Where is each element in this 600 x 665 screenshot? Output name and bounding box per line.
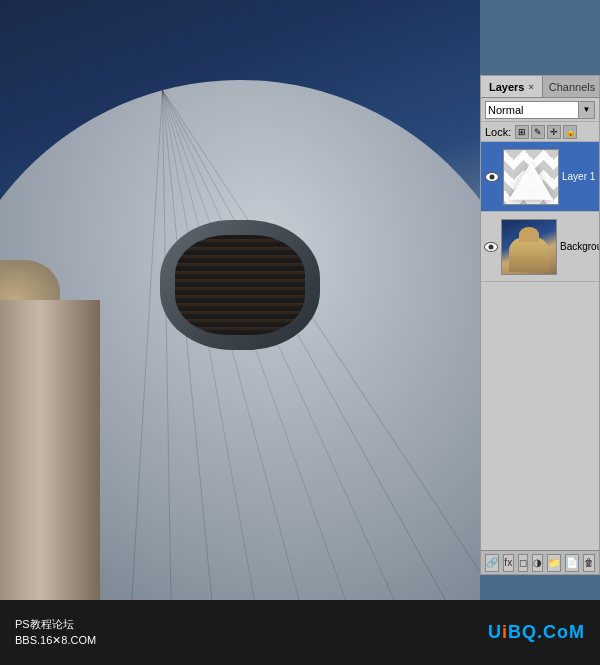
lock-transparent-btn[interactable]: ⊞: [515, 125, 529, 139]
tab-layers-close[interactable]: ×: [528, 82, 533, 92]
lock-icons: ⊞ ✎ ✛ 🔒: [515, 125, 577, 139]
blend-mode-select[interactable]: Normal: [485, 101, 579, 119]
vent-window: [160, 220, 320, 360]
add-mask-btn[interactable]: ◻: [518, 554, 529, 572]
main-canvas: [0, 0, 480, 600]
adjustment-btn[interactable]: ◑: [532, 554, 543, 572]
tab-layers-label: Layers: [489, 81, 524, 93]
layers-tabs-bar: Layers × Channels: [481, 76, 599, 98]
tab-layers[interactable]: Layers ×: [481, 76, 543, 97]
new-layer-btn[interactable]: 📄: [565, 554, 579, 572]
layer-1-name: Layer 1: [562, 171, 596, 182]
new-group-btn[interactable]: 📁: [547, 554, 561, 572]
lock-position-btn[interactable]: ✛: [547, 125, 561, 139]
layer-2-thumbnail: [501, 219, 557, 275]
tab-channels[interactable]: Channels: [543, 76, 600, 97]
lock-all-btn[interactable]: 🔒: [563, 125, 577, 139]
layer-2-name: Background: [560, 241, 599, 252]
lock-label: Lock:: [485, 126, 511, 138]
delete-layer-btn[interactable]: 🗑: [583, 554, 595, 572]
footer-bar: PS教程论坛 BBS.16✕8.COM UiBQ.CoM: [0, 600, 600, 665]
layers-list: Layer 1 Background: [481, 142, 599, 550]
link-layers-btn[interactable]: 🔗: [485, 554, 499, 572]
add-style-btn[interactable]: fx: [503, 554, 514, 572]
left-column: [0, 300, 100, 600]
lock-row: Lock: ⊞ ✎ ✛ 🔒: [481, 122, 599, 142]
layers-panel: Layers × Channels Normal ▼ Lock: ⊞ ✎ ✛ 🔒: [480, 75, 600, 575]
layer-item-1[interactable]: Layer 1: [481, 142, 599, 212]
layers-panel-footer: 🔗 fx ◻ ◑ 📁 📄 🗑: [481, 550, 599, 574]
layer-1-shape: [509, 161, 553, 199]
layer-1-thumbnail: [503, 149, 559, 205]
thumb-building-shape: [509, 237, 549, 272]
footer-accent-i: i: [502, 622, 508, 642]
eye-icon-2: [484, 242, 498, 252]
layer-item-2[interactable]: Background: [481, 212, 599, 282]
eye-icon-1: [485, 172, 499, 182]
footer-bbs-url: BBS.16✕8.COM: [15, 633, 96, 648]
footer-site-name: PS教程论坛: [15, 617, 96, 632]
tab-channels-label: Channels: [549, 81, 595, 93]
layer-1-visibility[interactable]: [484, 169, 500, 185]
blend-mode-row: Normal ▼: [481, 98, 599, 122]
blend-mode-arrow[interactable]: ▼: [579, 101, 595, 119]
lock-pixels-btn[interactable]: ✎: [531, 125, 545, 139]
footer-left: PS教程论坛 BBS.16✕8.COM: [15, 617, 96, 648]
footer-right: UiBQ.CoM: [488, 622, 585, 643]
layer-2-visibility[interactable]: [484, 239, 498, 255]
